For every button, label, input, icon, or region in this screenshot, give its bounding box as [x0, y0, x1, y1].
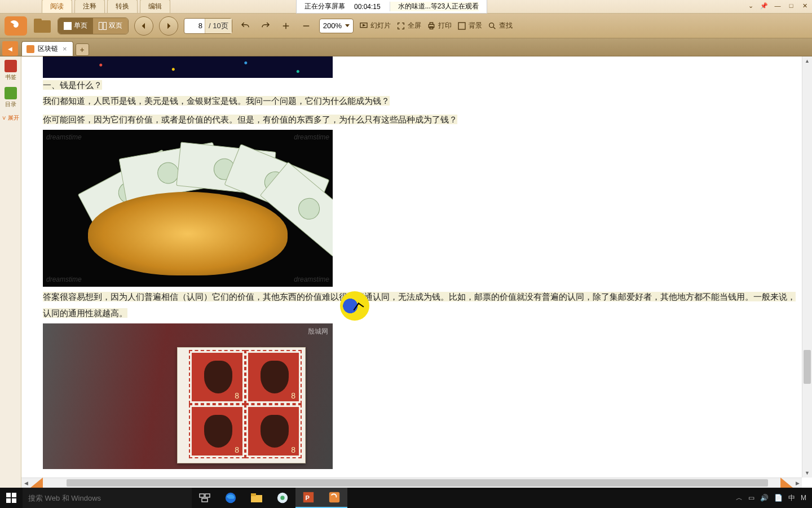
fullscreen-button[interactable]: 全屏 — [396, 21, 421, 30]
ime-indicator[interactable]: 中 — [788, 493, 795, 503]
document-tab[interactable]: 区块链 × — [21, 41, 73, 56]
toc-panel-button[interactable]: 目录 — [3, 87, 19, 108]
document-tab-bar: 区块链 × + — [0, 38, 812, 56]
menu-tab-read[interactable]: 阅读 — [42, 0, 72, 13]
double-page-button[interactable]: 双页 — [93, 18, 128, 34]
hscroll-thumb[interactable] — [67, 479, 768, 487]
edge-icon[interactable] — [218, 488, 244, 508]
app-logo-icon[interactable] — [5, 16, 27, 36]
menu-tab-annotate[interactable]: 注释 — [74, 0, 105, 13]
window-menu-icon[interactable]: ⌄ — [745, 1, 756, 10]
page-number-box: / 10页 — [184, 18, 232, 34]
svg-rect-11 — [251, 493, 256, 496]
single-page-button[interactable]: 单页 — [58, 18, 93, 34]
scroll-right-icon[interactable]: ▶ — [793, 478, 802, 488]
document-scroll[interactable]: 一、钱是什么？ 我们都知道，人民币是钱，美元是钱，金银财宝是钱。我问一个问题，它… — [21, 56, 802, 478]
zoom-in-icon[interactable] — [279, 19, 293, 33]
powerpoint-icon[interactable]: P — [295, 488, 321, 508]
page-content: 一、钱是什么？ 我们都知道，人民币是钱，美元是钱，金银财宝是钱。我问一个问题，它… — [21, 56, 802, 469]
share-viewers: 水的味道...等23人正在观看 — [390, 2, 479, 11]
screen-share-banner: 正在分享屏幕 00:04:15 水的味道...等23人正在观看 — [296, 0, 487, 14]
bookmark-icon — [5, 60, 17, 72]
window-controls: ⌄ 📌 — □ ✕ — [745, 1, 810, 10]
taskbar-search[interactable] — [23, 488, 192, 508]
svg-point-5 — [489, 23, 494, 27]
scroll-left-icon[interactable]: ◀ — [21, 478, 30, 488]
close-icon[interactable]: ✕ — [800, 1, 810, 10]
header-image — [43, 56, 333, 78]
redo-icon[interactable] — [258, 19, 273, 33]
volume-icon[interactable]: 🔊 — [760, 494, 769, 502]
page-corner-right-icon[interactable] — [780, 478, 793, 488]
zoom-select[interactable]: 200% — [319, 19, 354, 33]
zoom-out-icon[interactable] — [299, 19, 314, 33]
pin-icon[interactable]: 📌 — [759, 1, 769, 10]
document-tab-title: 区块链 — [38, 44, 58, 54]
horizontal-scrollbar[interactable]: ◀ ▶ — [21, 478, 802, 488]
vscroll-thumb[interactable] — [804, 350, 811, 384]
find-button[interactable]: 查找 — [488, 21, 513, 30]
share-status: 正在分享屏幕 — [304, 2, 345, 11]
next-page-button[interactable] — [159, 16, 178, 36]
toolbar: 单页 双页 / 10页 200% 幻灯片 全屏 打印 背景 查找 — [0, 14, 812, 38]
svg-rect-4 — [458, 23, 465, 29]
svg-point-13 — [280, 496, 284, 500]
taskbar-search-input[interactable] — [28, 494, 186, 502]
bookmark-panel-button[interactable]: 书签 — [3, 60, 19, 81]
scroll-up-icon[interactable]: ▲ — [802, 56, 812, 65]
svg-rect-8 — [202, 498, 208, 502]
page-corner-left-icon[interactable] — [30, 478, 43, 488]
stamp-image: 殷城网 — [43, 323, 333, 469]
file-explorer-icon[interactable] — [244, 488, 270, 508]
document-viewport: 一、钱是什么？ 我们都知道，人民币是钱，美元是钱，金银财宝是钱。我问一个问题，它… — [21, 56, 812, 488]
vertical-scrollbar[interactable]: ▲ ▼ — [802, 56, 812, 478]
side-rail: 书签 目录 ∨ 展开 — [0, 56, 21, 488]
background-button[interactable]: 背景 — [457, 21, 482, 30]
task-view-icon[interactable] — [192, 488, 218, 508]
app-icon-1[interactable] — [270, 488, 295, 508]
slideshow-button[interactable]: 幻灯片 — [359, 21, 391, 30]
page-total: / 10页 — [205, 19, 232, 33]
system-tray: ︿ ▭ 🔊 📄 中 M — [730, 493, 812, 503]
windows-taskbar: P ︿ ▭ 🔊 📄 中 M — [0, 488, 812, 508]
main-area: 书签 目录 ∨ 展开 一、钱是什么？ 我们都知道，人民币是钱，美元是钱，金银财宝… — [0, 56, 812, 488]
open-file-icon[interactable] — [33, 18, 52, 34]
brand-icon[interactable]: M — [801, 494, 806, 502]
scroll-down-icon[interactable]: ▼ — [802, 468, 812, 478]
svg-text:P: P — [306, 494, 310, 501]
paragraph-3: 答案很容易想到，因为人们普遍相信（认同）它们的价值，其他东西的价值难以得到普通认… — [43, 292, 796, 318]
money-jewelry-image: dreamstime dreamstime dreamstime dreamst… — [43, 130, 333, 287]
svg-rect-6 — [200, 494, 204, 497]
document-icon — [27, 45, 34, 53]
notes-icon[interactable]: 📄 — [774, 494, 783, 502]
toc-icon — [5, 87, 17, 99]
start-button[interactable] — [0, 488, 23, 508]
paragraph-2: 你可能回答，因为它们有价值，或者是价值的代表。但是，有价值的东西多了，为什么只有… — [43, 115, 457, 124]
share-timer: 00:04:15 — [354, 3, 381, 11]
tray-chevron-icon[interactable]: ︿ — [736, 493, 743, 503]
svg-rect-7 — [205, 494, 210, 497]
paragraph-1: 我们都知道，人民币是钱，美元是钱，金银财宝是钱。我问一个问题，它们为什么能成为钱… — [43, 96, 390, 106]
maximize-icon[interactable]: □ — [786, 1, 796, 10]
menu-tab-convert[interactable]: 转换 — [107, 0, 138, 13]
close-tab-icon[interactable]: × — [61, 45, 68, 53]
print-button[interactable]: 打印 — [427, 21, 452, 30]
collapse-sidebar-icon[interactable] — [2, 41, 18, 56]
section-heading: 一、钱是什么？ — [43, 80, 102, 90]
view-mode-toggle: 单页 双页 — [58, 17, 129, 34]
undo-icon[interactable] — [238, 19, 253, 33]
menu-tab-edit[interactable]: 编辑 — [140, 0, 170, 13]
prev-page-button[interactable] — [134, 16, 153, 36]
expand-rail-button[interactable]: ∨ 展开 — [2, 114, 19, 122]
minimize-icon[interactable]: — — [773, 1, 783, 10]
new-tab-button[interactable]: + — [76, 43, 89, 56]
pdf-reader-icon[interactable] — [321, 488, 347, 508]
network-icon[interactable]: ▭ — [748, 494, 754, 502]
page-input[interactable] — [184, 21, 205, 30]
svg-rect-2 — [430, 23, 433, 24]
image-watermark: 殷城网 — [308, 327, 328, 336]
